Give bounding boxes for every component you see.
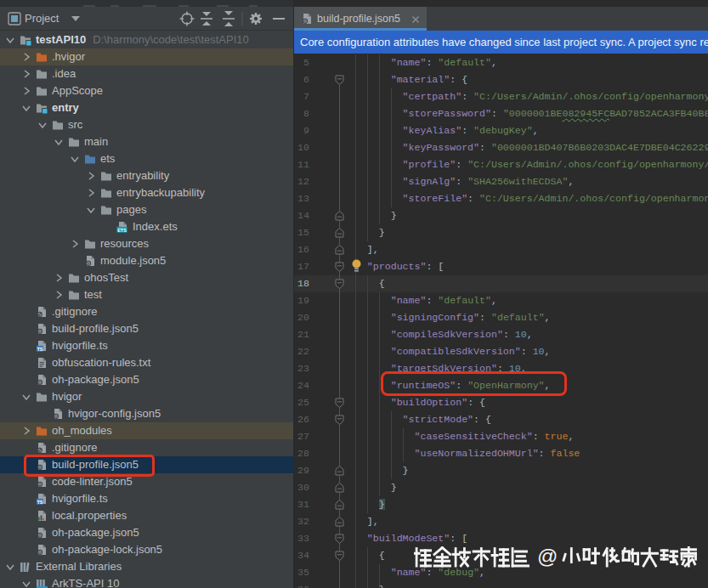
svg-text:TS: TS [37, 347, 42, 352]
svg-text:TS: TS [37, 500, 42, 505]
svg-text:@: @ [537, 546, 558, 568]
svg-text:ETS: ETS [117, 228, 127, 233]
